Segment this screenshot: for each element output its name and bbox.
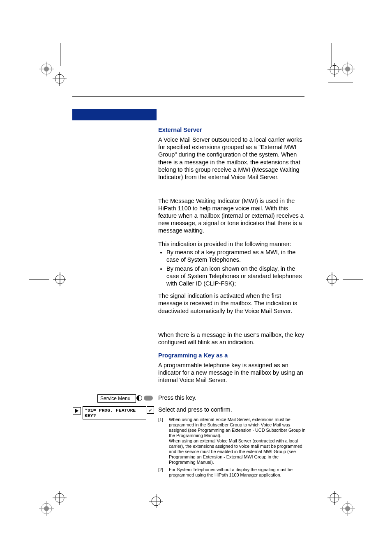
blue-spine — [72, 109, 157, 120]
regmark-mid-right — [326, 271, 363, 288]
heading-external-server: External Server — [158, 126, 306, 134]
footnote-1-num: [1] — [158, 417, 169, 465]
footnotes: [1] When using an internal Voice Mail Se… — [158, 417, 306, 479]
svg-marker-44 — [75, 409, 78, 413]
bullet-icon-display: By means of an icon shown on the display… — [166, 265, 306, 287]
para-prog-key: A programmable telephone key is assigned… — [158, 362, 306, 384]
heading-programming-key: Programming a Key as a — [158, 352, 306, 359]
para-external-server: A Voice Mail Server outsourced to a loca… — [158, 136, 306, 181]
regmark-bottom-center — [148, 493, 164, 509]
regmark-bottom-left — [39, 489, 68, 518]
display-prog-feature-key: *91= PROG. FEATURE KEY? — [83, 406, 146, 419]
bullet-key-mwi: By means of a key programmed as a MWI, i… — [166, 249, 306, 263]
para-mwi-intro: The Message Waiting Indicator (MWI) is u… — [158, 197, 306, 235]
footnote-1-text: When using an internal Voice Mail Server… — [169, 417, 306, 465]
regmark-top-right-hline — [328, 80, 353, 84]
led-icon — [136, 395, 142, 401]
main-content: External Server A Voice Mail Server outs… — [158, 121, 306, 389]
key-lozenge-icon — [144, 396, 153, 401]
footnote-2-text: For System Telephones without a display … — [169, 467, 306, 478]
instruction-select-confirm: Select and press to confirm. — [158, 406, 232, 413]
regmark-top-right-line — [323, 43, 339, 72]
regmark-mid-left — [29, 271, 66, 288]
check-glyph: ✓ — [148, 407, 153, 413]
service-menu-key-label: Service Menu — [97, 394, 136, 403]
footnote-2: [2] For System Telephones without a disp… — [158, 467, 306, 478]
header-rule — [72, 96, 304, 97]
para-signal: The signal indication is activated when … — [158, 292, 306, 314]
para-key-blink: When there is a message in the user's ma… — [158, 331, 306, 346]
footnote-1: [1] When using an internal Voice Mail Se… — [158, 417, 306, 465]
footnote-1b: When using an external Voice Mail Server… — [169, 438, 302, 465]
page: External Server A Voice Mail Server outs… — [0, 0, 392, 555]
regmark-bottom-right — [326, 489, 355, 518]
instruction-press-key: Press this key. — [158, 394, 196, 401]
footnote-2-num: [2] — [158, 467, 169, 478]
service-menu-key-icon — [136, 395, 153, 401]
para-indication-lead: This indication is provided in the follo… — [158, 240, 306, 248]
footnote-1a: When using an internal Voice Mail Server… — [169, 417, 305, 438]
indication-bullets: By means of a key programmed as a MWI, i… — [158, 249, 306, 288]
scroll-arrow-icon — [73, 407, 81, 415]
confirm-check-icon: ✓ — [147, 406, 154, 414]
regmark-top-left-line — [53, 43, 69, 72]
